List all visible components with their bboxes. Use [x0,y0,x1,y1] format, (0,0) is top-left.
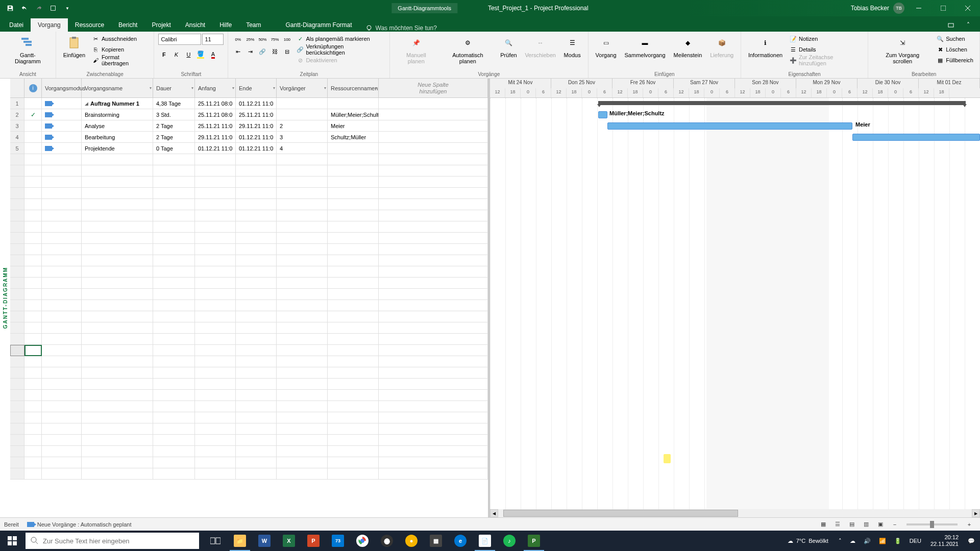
gantt-hour-header[interactable]: 0 [582,88,597,98]
cell-end[interactable] [236,412,277,423]
gantt-timescale[interactable]: Mit 24 NovDon 25 NovFre 26 NovSam 27 Nov… [490,79,980,98]
cell-info[interactable] [24,255,42,266]
row-number[interactable] [10,390,24,400]
cell-end[interactable]: 25.11.21 11:0 [236,109,277,120]
cell-resources[interactable] [328,457,379,468]
gantt-hour-header[interactable]: 6 [903,88,919,98]
cell-info[interactable] [24,278,42,288]
table-row[interactable] [10,300,488,311]
table-row[interactable] [10,446,488,457]
gantt-hour-header[interactable]: 18 [934,88,949,98]
cell-resources[interactable] [328,266,379,277]
row-number[interactable] [10,446,24,457]
gantt-day-header[interactable]: Mit 24 Nov [490,79,551,88]
cell-info[interactable] [24,188,42,198]
user-avatar[interactable]: TB [893,3,904,14]
cell-mode[interactable] [42,289,82,299]
cell-start[interactable] [195,177,236,187]
pct-100-button[interactable]: 100 [281,34,292,45]
onedrive-icon[interactable]: ☁ [847,531,859,551]
cell-start[interactable] [195,188,236,198]
cell-predecessors[interactable] [277,210,328,221]
table-row[interactable] [10,423,488,435]
col-task-mode[interactable]: Vorgangsmodus▾ [42,79,82,97]
row-number[interactable] [10,435,24,445]
cell-start[interactable] [195,345,236,356]
cell-info[interactable] [24,311,42,322]
cell-predecessors[interactable] [277,334,328,344]
zoom-out-button[interactable]: − [888,519,901,530]
cell-predecessors[interactable] [277,446,328,457]
cell-start[interactable] [195,210,236,221]
cell-resources[interactable] [328,446,379,457]
cell-task-name[interactable] [82,345,153,356]
cell-task-name[interactable] [82,423,153,434]
cell-predecessors[interactable] [277,109,328,120]
cell-start[interactable] [195,199,236,210]
cell-resources[interactable] [328,255,379,266]
gantt-hour-header[interactable]: 0 [766,88,781,98]
gantt-hour-header[interactable]: 18 [628,88,643,98]
cell-mode[interactable] [42,334,82,344]
cell-new[interactable] [379,435,488,445]
add-to-timeline-button[interactable]: ➕Zur Zeitachse hinzufügen [788,55,864,65]
table-row[interactable] [10,165,488,177]
cell-new[interactable] [379,367,488,378]
cell-task-name[interactable] [82,255,153,266]
cell-duration[interactable] [153,367,195,378]
undo-button[interactable] [18,2,31,14]
cell-info[interactable] [24,165,42,176]
cell-resources[interactable]: Schultz;Müller [328,132,379,142]
cell-new[interactable] [379,457,488,468]
cell-end[interactable] [236,468,277,479]
font-color-button[interactable]: A [207,49,218,60]
cell-task-name[interactable] [82,188,153,198]
collapse-ribbon[interactable]: ˄ [961,18,976,32]
cell-resources[interactable] [328,435,379,445]
cell-mode[interactable] [42,199,82,210]
table-row[interactable] [10,221,488,233]
cell-end[interactable] [236,289,277,299]
row-number[interactable] [10,289,24,299]
cell-resources[interactable]: Meier [328,120,379,131]
cell-mode[interactable] [42,311,82,322]
gantt-day-header[interactable]: Mit 01 Dez [919,79,980,88]
cell-predecessors[interactable] [277,435,328,445]
gantt-horizontal-scrollbar[interactable]: ◀ ▶ [490,509,980,517]
cell-duration[interactable] [153,468,195,479]
cell-info[interactable] [24,457,42,468]
cell-resources[interactable]: Müller;Meier;Schultz [328,109,379,120]
row-number[interactable] [10,221,24,232]
cell-info[interactable] [24,300,42,311]
cell-end[interactable] [236,334,277,344]
task-view-button[interactable] [203,531,228,551]
cell-predecessors[interactable] [277,401,328,412]
cell-info[interactable] [24,446,42,457]
tab-projekt[interactable]: Projekt [144,18,178,32]
cell-start[interactable]: 25.11.21 11:0 [195,120,236,131]
fill-button[interactable]: ▦Füllbereich [935,55,975,65]
cell-start[interactable] [195,457,236,468]
cell-new[interactable] [379,109,488,120]
gantt-hour-header[interactable]: 18 [812,88,827,98]
cell-end[interactable] [236,367,277,378]
cell-predecessors[interactable]: 2 [277,120,328,131]
cell-start[interactable] [195,311,236,322]
cell-mode[interactable] [42,367,82,378]
cell-mode[interactable] [42,143,82,154]
volume-icon[interactable]: 🔊 [861,531,874,551]
cell-duration[interactable] [153,177,195,187]
cell-mode[interactable] [42,221,82,232]
cell-task-name[interactable] [82,412,153,423]
tab-gantt-format[interactable]: Gantt-Diagramm Format [279,18,359,32]
cell-predecessors[interactable] [277,255,328,266]
cell-end[interactable] [236,177,277,187]
insert-summary-button[interactable]: ▬Sammelvorgang [622,34,669,59]
table-row[interactable] [10,356,488,367]
cell-predecessors[interactable] [277,300,328,311]
gantt-hour-header[interactable]: 6 [658,88,674,98]
tab-ansicht[interactable]: Ansicht [178,18,212,32]
cell-info[interactable] [24,435,42,445]
table-row[interactable] [10,311,488,322]
cell-duration[interactable] [153,446,195,457]
